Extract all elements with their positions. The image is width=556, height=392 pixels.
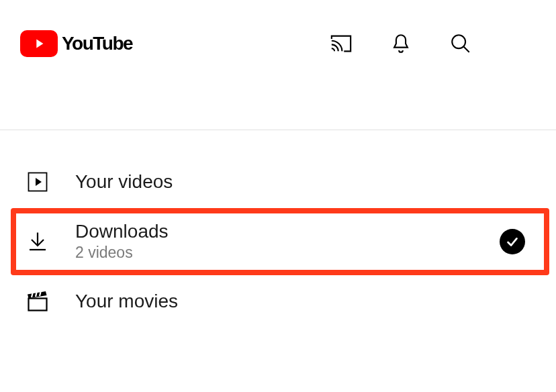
cast-icon[interactable] [330, 32, 353, 55]
download-icon [26, 230, 50, 254]
library-item-label: Your movies [75, 290, 178, 313]
downloaded-check-icon [500, 229, 525, 254]
search-icon[interactable] [449, 32, 472, 55]
app-header: YouTube [0, 0, 556, 67]
library-item-label: Downloads [75, 220, 169, 243]
youtube-play-icon [20, 30, 58, 57]
svg-rect-5 [29, 299, 47, 311]
library-list: Your videos Downloads 2 videos [0, 130, 556, 329]
library-item-sublabel: 2 videos [75, 243, 169, 263]
header-divider [0, 67, 556, 130]
clapperboard-icon [26, 289, 50, 313]
youtube-wordmark: YouTube [62, 33, 132, 54]
svg-line-1 [463, 46, 469, 52]
library-item-downloads[interactable]: Downloads 2 videos [0, 209, 556, 274]
library-item-your-videos[interactable]: Your videos [0, 154, 556, 209]
svg-point-0 [452, 35, 465, 48]
notifications-icon[interactable] [389, 32, 412, 55]
library-item-your-movies[interactable]: Your movies [0, 274, 556, 329]
youtube-logo[interactable]: YouTube [20, 30, 132, 57]
header-actions [330, 32, 536, 55]
play-outline-icon [26, 170, 50, 194]
library-item-label: Your videos [75, 170, 173, 193]
